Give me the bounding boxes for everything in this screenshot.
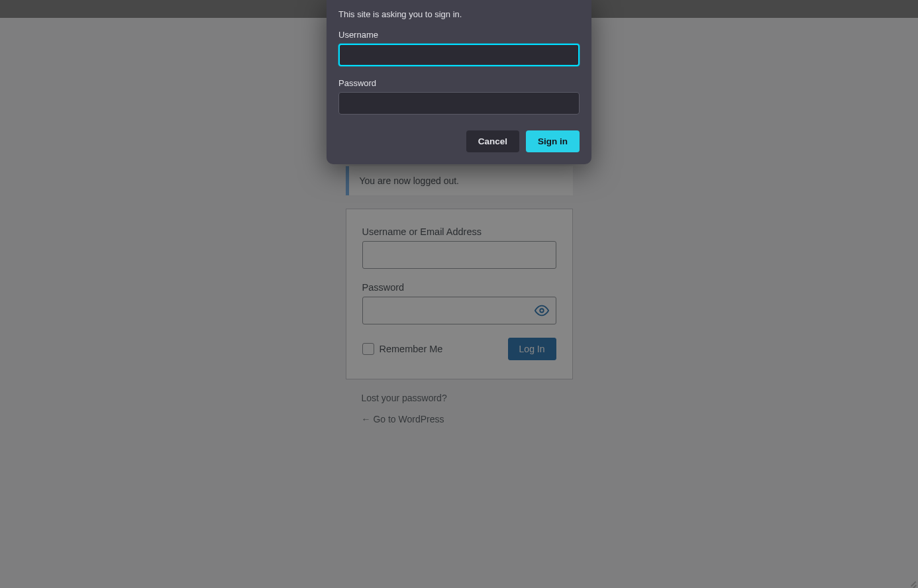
- signin-button[interactable]: Sign in: [526, 130, 580, 152]
- auth-prompt-text: This site is asking you to sign in.: [338, 9, 580, 19]
- auth-button-row: Cancel Sign in: [338, 130, 580, 152]
- http-auth-dialog: This site is asking you to sign in. User…: [327, 0, 591, 164]
- cancel-button[interactable]: Cancel: [466, 130, 519, 152]
- auth-password-label: Password: [338, 78, 580, 88]
- auth-username-label: Username: [338, 30, 580, 40]
- auth-username-input[interactable]: [338, 44, 580, 66]
- auth-password-input[interactable]: [338, 92, 580, 115]
